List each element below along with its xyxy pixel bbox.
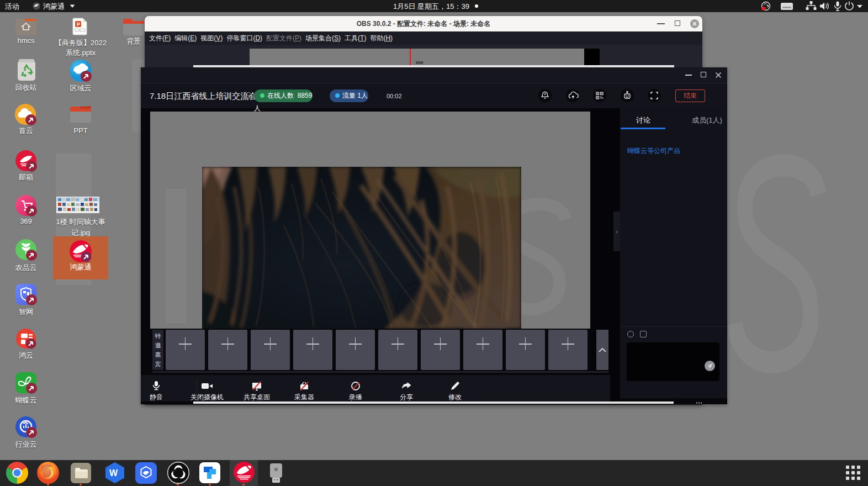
svg-text:W: W	[109, 468, 118, 478]
svg-text:P: P	[77, 22, 80, 27]
